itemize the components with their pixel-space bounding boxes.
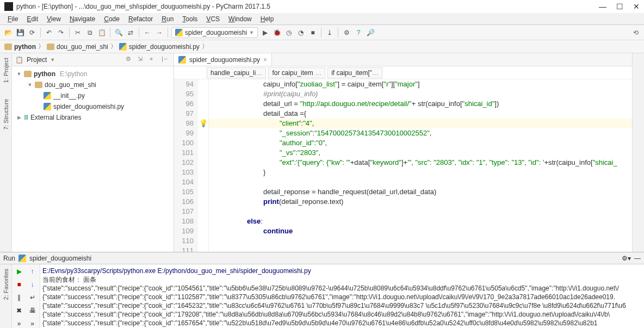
save-icon[interactable]: 💾 — [15, 28, 25, 38]
gear-icon[interactable]: ⚙ — [126, 55, 134, 64]
open-icon[interactable]: 📂 — [3, 28, 13, 38]
tree-file-init[interactable]: __init__.py — [12, 90, 174, 101]
ide-search-icon[interactable]: ⟲ — [631, 28, 641, 38]
more2-icon[interactable]: » — [28, 319, 38, 328]
refresh-icon[interactable]: ⟳ — [27, 28, 37, 38]
menu-tools[interactable]: Tools — [179, 14, 201, 24]
menu-vcs[interactable]: VCS — [203, 14, 223, 24]
profile-icon[interactable]: ◔ — [296, 28, 306, 38]
run-config: spider_douguomeishi — [29, 255, 91, 262]
bc-for[interactable]: for caipu_item … — [268, 67, 325, 78]
code-text[interactable]: caipu_info["zuoliao_list"] = caipu_item[… — [209, 79, 632, 252]
project-header: 📋 Project ▼ ⚙ ⇲ ⌖ |← — [12, 53, 174, 66]
vcs-icon[interactable]: ⤓ — [325, 28, 335, 38]
line-gutter: 9495969798991001011021031041051061071081… — [174, 79, 198, 252]
hide-icon[interactable]: — — [634, 255, 641, 262]
python-icon — [175, 29, 183, 36]
tab-active[interactable]: spider_douguomeishi.py × — [174, 53, 272, 66]
help-icon[interactable]: ? — [354, 28, 363, 38]
menu-bar: File Edit View Navigate Code Refactor Ru… — [0, 13, 644, 25]
run-config-name: spider_douguomeishi — [185, 29, 247, 36]
tree-file-spider[interactable]: spider_douguomeishi.py — [12, 101, 174, 112]
chevron-down-icon: ▼ — [249, 30, 254, 35]
menu-code[interactable]: Code — [101, 14, 123, 24]
console-line: {"state":"success","result":{"recipe":{"… — [42, 319, 642, 327]
run-controls: ▶ ↑ ■ ↓ ∥ ↵ ✖ 🖶 » » — [12, 264, 40, 328]
cut-icon[interactable]: ✂ — [73, 28, 83, 38]
navigation-bar: python 〉 dou_guo_mei_shi 〉 spider_douguo… — [0, 40, 644, 53]
menu-edit[interactable]: Edit — [23, 14, 41, 24]
crumb-folder[interactable]: dou_guo_mei_shi — [47, 43, 108, 51]
search-everywhere-icon[interactable]: 🔎 — [366, 28, 375, 38]
gear-icon[interactable]: ⚙▾ — [622, 255, 631, 262]
menu-view[interactable]: View — [44, 14, 64, 24]
close-icon[interactable]: ✕ — [633, 2, 640, 11]
code-area[interactable]: 9495969798991001011021031041051061071081… — [174, 79, 632, 252]
copy-icon[interactable]: ⧉ — [85, 28, 95, 38]
run-config-selector[interactable]: spider_douguomeishi ▼ — [171, 27, 258, 38]
console-line: {"state":"success","result":{"recipe":{"… — [42, 310, 642, 319]
console-line: {"state":"success","result":{"recipe":{"… — [42, 293, 642, 301]
find-icon[interactable]: 🔍 — [114, 28, 123, 38]
redo-icon[interactable]: ↷ — [56, 28, 66, 38]
project-panel: 📋 Project ▼ ⚙ ⇲ ⌖ |← ▼ python E:\python … — [12, 53, 174, 252]
tree-external[interactable]: ▶Ⅲ External Libraries — [12, 112, 174, 123]
print-icon[interactable]: 🖶 — [28, 306, 38, 315]
icon-gutter: 💡 — [198, 79, 209, 252]
crumb-file[interactable]: spider_douguomeishi.py — [119, 43, 200, 51]
tab-label: spider_douguomeishi.py — [189, 56, 260, 64]
back-icon[interactable]: ← — [143, 28, 152, 38]
coverage-icon[interactable]: ◷ — [284, 28, 294, 38]
rerun-icon[interactable]: ▶ — [14, 267, 24, 276]
close-run-icon[interactable]: ✖ — [14, 306, 24, 315]
menu-run[interactable]: Run — [158, 14, 177, 24]
close-tab-icon[interactable]: × — [263, 56, 267, 64]
editor-tabs: spider_douguomeishi.py × — [174, 53, 632, 66]
console-cmd: E:/Evns/py33scarpy/Scripts/python.exe E:… — [42, 267, 642, 275]
run-header: Run spider_douguomeishi ⚙▾ — — [0, 252, 644, 264]
main-area: 1: Project 7: Structure 📋 Project ▼ ⚙ ⇲ … — [0, 53, 644, 252]
hide-icon[interactable]: |← — [162, 55, 170, 64]
stop-icon[interactable]: ■ — [308, 28, 318, 38]
chevron-down-icon[interactable]: ▼ — [50, 57, 55, 63]
stop-run-icon[interactable]: ■ — [14, 280, 24, 289]
target-icon[interactable]: ⌖ — [150, 55, 158, 64]
tool-favorites[interactable]: 2: Favorites — [3, 269, 9, 300]
editor: spider_douguomeishi.py × handle_caipu_li… — [174, 53, 632, 252]
bulb-icon[interactable]: 💡 — [198, 119, 208, 128]
debug-icon[interactable]: 🐞 — [272, 28, 282, 38]
bc-func[interactable]: handle_caipu_li… — [207, 67, 266, 78]
python-icon — [178, 56, 186, 64]
minimize-icon[interactable]: — — [599, 2, 606, 11]
run-icon[interactable]: ▶ — [260, 28, 270, 38]
pause-icon[interactable]: ∥ — [14, 293, 24, 302]
paste-icon[interactable]: 📋 — [97, 28, 107, 38]
menu-navigate[interactable]: Navigate — [66, 14, 98, 24]
tool-project[interactable]: 1: Project — [3, 58, 9, 83]
crumb-root[interactable]: python — [4, 43, 36, 51]
title-bar: python - [E:\python] - ...\dou_guo_mei_s… — [0, 0, 644, 13]
project-tree[interactable]: ▼ python E:\python ▼ dou_guo_mei_shi __i… — [12, 66, 174, 252]
step-up-icon[interactable]: ↑ — [28, 267, 38, 276]
menu-file[interactable]: File — [4, 14, 21, 24]
tree-folder[interactable]: ▼ dou_guo_mei_shi — [12, 79, 174, 90]
more-icon[interactable]: » — [14, 319, 24, 328]
menu-help[interactable]: Help — [257, 14, 277, 24]
undo-icon[interactable]: ↶ — [44, 28, 54, 38]
toolbar: 📂 💾 ⟳ ↶ ↷ ✂ ⧉ 📋 🔍 ⇄ ← → spider_douguomei… — [0, 25, 644, 40]
collapse-icon[interactable]: ⇲ — [138, 55, 146, 64]
step-down-icon[interactable]: ↓ — [28, 280, 38, 289]
run-panel: Run spider_douguomeishi ⚙▾ — 2: Favorite… — [0, 252, 644, 328]
tool-structure[interactable]: 7: Structure — [3, 99, 9, 130]
bc-if[interactable]: if caipu_item["… — [327, 67, 382, 78]
menu-refactor[interactable]: Refactor — [125, 14, 156, 24]
console-line: {"state":"success","result":{"recipe":{"… — [42, 284, 642, 293]
tree-root[interactable]: ▼ python E:\python — [12, 69, 174, 79]
maximize-icon[interactable]: ☐ — [616, 2, 623, 11]
menu-window[interactable]: Window — [225, 14, 255, 24]
console-output[interactable]: E:/Evns/py33scarpy/Scripts/python.exe E:… — [40, 264, 644, 328]
forward-icon[interactable]: → — [154, 28, 164, 38]
wrap-icon[interactable]: ↵ — [28, 293, 38, 302]
replace-icon[interactable]: ⇄ — [126, 28, 135, 38]
settings-icon[interactable]: ⚙ — [342, 28, 351, 38]
